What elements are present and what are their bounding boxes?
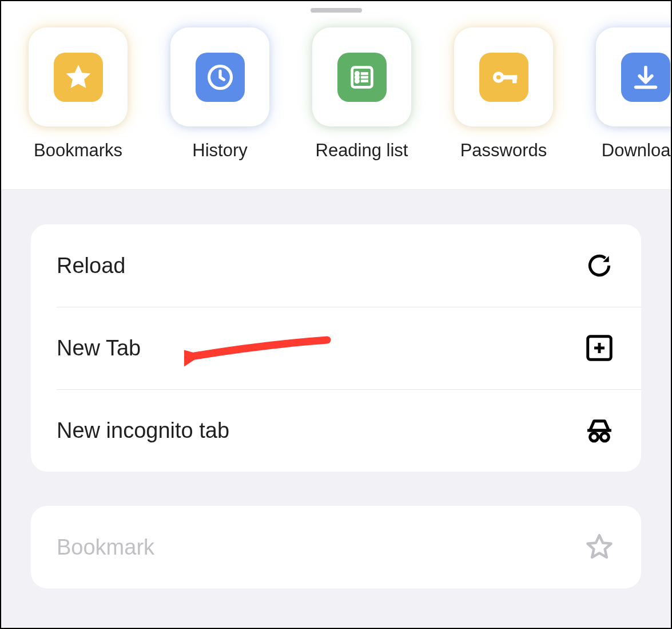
svg-point-4 — [356, 76, 358, 78]
svg-point-2 — [356, 72, 358, 74]
menu-item-reload[interactable]: Reload — [31, 224, 641, 307]
svg-point-6 — [356, 80, 358, 82]
menu-item-label: New Tab — [57, 336, 141, 361]
incognito-icon — [583, 414, 615, 446]
menu-item-new-tab[interactable]: New Tab — [31, 307, 641, 389]
menu-item-label: New incognito tab — [57, 418, 229, 443]
shortcut-label: Passwords — [460, 140, 547, 161]
shortcut-passwords[interactable]: Passwords — [454, 27, 553, 161]
shortcut-card — [454, 27, 553, 126]
shortcut-card — [596, 27, 671, 126]
shortcut-card — [29, 27, 128, 126]
svg-rect-11 — [512, 75, 516, 83]
menu-group-bookmark: Bookmark — [31, 506, 641, 588]
svg-point-9 — [496, 75, 500, 79]
star-icon — [54, 53, 103, 102]
menu-item-label: Bookmark — [57, 535, 154, 560]
star-outline-icon — [583, 531, 615, 563]
clock-icon — [196, 53, 245, 102]
shortcuts-row: Bookmarks History Reading list Passwords — [1, 1, 671, 189]
shortcut-card — [170, 27, 269, 126]
menu-item-label: Reload — [57, 254, 125, 278]
shortcut-card — [312, 27, 411, 126]
shortcut-label: Bookmarks — [34, 140, 122, 161]
menu-item-new-incognito-tab[interactable]: New incognito tab — [31, 389, 641, 472]
svg-point-17 — [601, 433, 609, 441]
plus-square-icon — [583, 332, 615, 364]
shortcut-label: Reading list — [316, 140, 408, 161]
menu-content: Reload New Tab New incognito tab Bookmar… — [1, 189, 671, 629]
shortcut-bookmarks[interactable]: Bookmarks — [29, 27, 128, 161]
menu-item-bookmark[interactable]: Bookmark — [31, 506, 641, 588]
drag-handle[interactable] — [311, 8, 362, 13]
download-icon — [621, 53, 670, 102]
list-icon — [337, 53, 387, 102]
reload-icon — [583, 250, 615, 282]
svg-point-16 — [590, 433, 598, 441]
menu-group-actions: Reload New Tab New incognito tab — [31, 224, 641, 472]
shortcut-label: Downloads — [602, 140, 671, 161]
shortcut-label: History — [192, 140, 247, 161]
shortcut-reading-list[interactable]: Reading list — [312, 27, 411, 161]
key-icon — [479, 53, 528, 102]
shortcut-downloads[interactable]: Downloads — [596, 27, 671, 161]
shortcut-history[interactable]: History — [170, 27, 269, 161]
